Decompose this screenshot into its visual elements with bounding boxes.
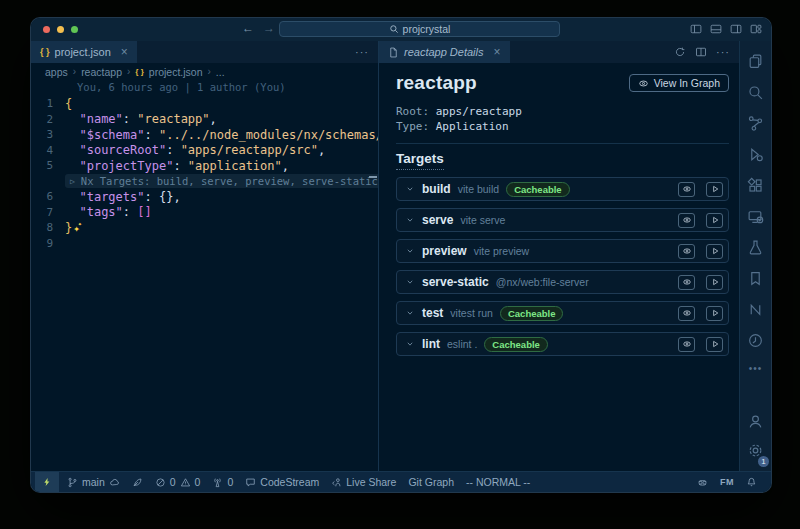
breadcrumb[interactable]: apps › reactapp › { } project.json › ... [31,63,378,80]
target-row[interactable]: serve vite serve [396,208,729,232]
chevron-down-icon[interactable] [405,246,415,256]
play-icon [710,339,720,349]
run-target-button[interactable] [706,337,723,352]
view-target-config-button[interactable] [678,337,695,352]
bookmarks-icon[interactable] [747,270,764,287]
code-line[interactable]: 4 "sourceRoot": "apps/reactapp/src", [31,143,378,159]
more-actions-icon[interactable]: ··· [355,46,369,58]
warning-icon [180,477,191,488]
remote-indicator[interactable] [35,472,59,492]
target-row[interactable]: preview vite preview [396,239,729,263]
activity-bar: ••• 1 [739,41,771,471]
target-row[interactable]: serve-static @nx/web:file-server [396,270,729,294]
ports-status[interactable]: 0 [206,472,239,492]
extensions-icon[interactable] [747,177,764,194]
split-editor-icon[interactable] [695,46,707,58]
cacheable-badge: Cacheable [484,337,548,352]
feather-icon [132,477,143,488]
forward-icon[interactable]: → [263,21,275,35]
toggle-secondary-sidebar-icon[interactable] [730,23,742,35]
live-share-status[interactable]: Live Share [325,472,402,492]
language-indicator[interactable]: FM [714,477,740,487]
run-target-button[interactable] [706,275,723,290]
code-line[interactable]: 1{ [31,96,378,112]
remote-explorer-icon[interactable] [747,208,764,225]
target-row[interactable]: build vite build Cacheable [396,177,729,201]
code-line[interactable]: 3 "$schema": "../../node_modules/nx/sche… [31,127,378,143]
explorer-icon[interactable] [747,53,764,70]
back-icon[interactable]: ← [242,21,254,35]
targets-list: build vite build Cacheable serve vite se… [396,177,729,356]
chevron-down-icon[interactable] [405,184,415,194]
code-line[interactable]: 8}✦✦ [31,220,378,236]
refresh-icon[interactable] [674,46,686,58]
maximize-window-button[interactable] [71,26,78,33]
settings-badge: 1 [758,456,769,467]
git-branch-status[interactable]: main [61,472,126,492]
minimize-window-button[interactable] [57,26,64,33]
json-file-icon: { } [40,47,50,57]
run-target-button[interactable] [706,213,723,228]
view-target-config-button[interactable] [678,306,695,321]
toggle-panel-icon[interactable] [710,23,722,35]
toggle-primary-sidebar-icon[interactable] [690,23,702,35]
tab-project-json[interactable]: { } project.json × [31,41,137,63]
nx-targets-hint-line[interactable]: ▷Nx Targets: build, serve, preview, serv… [31,174,378,190]
breadcrumb-item-reactapp[interactable]: reactapp [81,66,122,78]
source-control-graph-icon[interactable] [747,115,764,132]
search-icon[interactable] [747,84,764,101]
problems-status[interactable]: 0 0 [149,472,207,492]
nx-console-icon[interactable] [747,301,764,318]
clock-icon[interactable] [747,332,764,349]
more-views-icon[interactable]: ••• [749,363,763,374]
run-debug-icon[interactable] [747,146,764,163]
view-target-config-button[interactable] [678,213,695,228]
title-bar[interactable]: ← → projcrystal [31,18,771,41]
account-icon[interactable] [747,413,764,430]
view-in-graph-button[interactable]: View In Graph [629,74,729,92]
code-line[interactable]: 7 "tags": [] [31,205,378,221]
customize-layout-icon[interactable] [750,23,762,35]
tab-reactapp-details[interactable]: reactapp Details × [379,41,510,63]
copilot-status[interactable] [691,477,714,488]
tab-label: project.json [55,46,111,58]
testing-beaker-icon[interactable] [747,239,764,256]
view-target-config-button[interactable] [678,275,695,290]
view-target-config-button[interactable] [678,244,695,259]
extension-feather-status[interactable] [126,472,149,492]
code-line[interactable]: 5 "projectType": "application", [31,158,378,174]
breadcrumb-item-file[interactable]: project.json [149,66,203,78]
command-center-search[interactable]: projcrystal [279,21,560,37]
target-name: serve [422,213,453,227]
more-actions-icon[interactable]: ··· [716,46,730,58]
chevron-down-icon[interactable] [405,308,415,318]
close-tab-icon[interactable]: × [494,46,501,58]
breadcrumb-item-apps[interactable]: apps [45,66,68,78]
line-number: 3 [31,128,65,141]
code-editor[interactable]: You, 6 hours ago | 1 author (You) 1{2 "n… [31,80,378,471]
line-number: 9 [31,237,65,250]
close-tab-icon[interactable]: × [121,46,128,58]
sync-cloud-icon [109,477,120,488]
codestream-status[interactable]: CodeStream [239,472,325,492]
chevron-down-icon[interactable] [405,215,415,225]
close-window-button[interactable] [43,26,50,33]
run-target-button[interactable] [706,306,723,321]
git-graph-status[interactable]: Git Graph [402,472,460,492]
chevron-down-icon[interactable] [405,277,415,287]
notifications-status[interactable] [740,477,763,488]
code-line[interactable]: 9 [31,236,378,252]
search-value: projcrystal [403,23,451,35]
code-line[interactable]: 6 "targets": {}, [31,189,378,205]
run-target-button[interactable] [706,244,723,259]
comment-icon [245,477,256,488]
chevron-down-icon[interactable] [405,339,415,349]
run-target-button[interactable] [706,182,723,197]
vim-mode-status: -- NORMAL -- [460,472,536,492]
code-line[interactable]: 2 "name": "reactapp", [31,112,378,128]
breadcrumb-item-more[interactable]: ... [216,66,225,78]
view-target-config-button[interactable] [678,182,695,197]
target-row[interactable]: lint eslint . Cacheable [396,332,729,356]
target-row[interactable]: test vitest run Cacheable [396,301,729,325]
traffic-lights[interactable] [43,26,78,33]
